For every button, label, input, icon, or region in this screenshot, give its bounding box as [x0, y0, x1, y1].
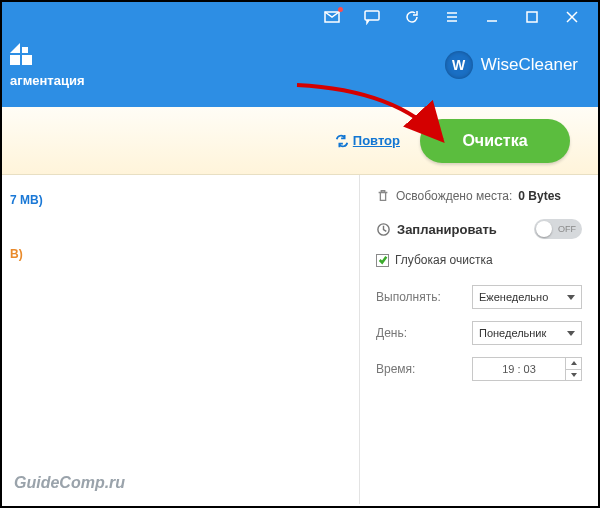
brand-name: WiseCleaner	[481, 55, 578, 75]
repeat-label: Повтор	[353, 133, 400, 148]
notification-dot	[338, 7, 343, 12]
right-panel: Освобождено места: 0 Bytes Запланировать…	[360, 175, 598, 504]
header-left: агментация	[10, 41, 85, 88]
time-up-button[interactable]	[566, 358, 581, 370]
close-button[interactable]	[552, 2, 592, 32]
time-value: 19 : 03	[473, 363, 565, 375]
deep-clean-row: Глубокая очистка	[376, 253, 582, 267]
freed-space-row: Освобождено места: 0 Bytes	[376, 189, 582, 203]
app-logo-icon	[10, 41, 36, 67]
svg-rect-6	[527, 12, 537, 22]
chat-icon[interactable]	[352, 2, 392, 32]
run-value: Еженедельно	[479, 291, 548, 303]
chevron-down-icon	[567, 331, 575, 336]
repeat-icon	[335, 134, 349, 148]
schedule-row: Запланировать OFF	[376, 219, 582, 239]
minimize-button[interactable]	[472, 2, 512, 32]
action-bar: Повтор Очистка	[2, 107, 598, 175]
run-label: Выполнять:	[376, 290, 441, 304]
repeat-link[interactable]: Повтор	[335, 133, 400, 148]
chevron-up-icon	[571, 361, 577, 365]
list-item[interactable]: B)	[10, 247, 351, 261]
run-row: Выполнять: Еженедельно	[376, 285, 582, 309]
deep-clean-checkbox[interactable]	[376, 254, 389, 267]
left-panel: 7 MB) B) GuideComp.ru	[2, 175, 360, 504]
app-header: агментация W WiseCleaner	[2, 32, 598, 107]
maximize-button[interactable]	[512, 2, 552, 32]
titlebar	[2, 2, 598, 32]
day-value: Понедельник	[479, 327, 546, 339]
freed-label: Освобождено места:	[396, 189, 512, 203]
run-select[interactable]: Еженедельно	[472, 285, 582, 309]
clock-icon	[376, 222, 391, 237]
time-row: Время: 19 : 03	[376, 357, 582, 381]
toggle-state: OFF	[558, 224, 576, 234]
time-spinner[interactable]: 19 : 03	[472, 357, 582, 381]
day-select[interactable]: Понедельник	[472, 321, 582, 345]
freed-value: 0 Bytes	[518, 189, 561, 203]
watermark: GuideComp.ru	[14, 474, 125, 492]
check-icon	[378, 255, 388, 265]
time-down-button[interactable]	[566, 370, 581, 381]
schedule-label: Запланировать	[397, 222, 497, 237]
day-label: День:	[376, 326, 407, 340]
brand-badge-icon: W	[445, 51, 473, 79]
list-item[interactable]: 7 MB)	[10, 193, 351, 207]
tab-label[interactable]: агментация	[10, 73, 85, 88]
schedule-toggle[interactable]: OFF	[534, 219, 582, 239]
content-area: 7 MB) B) GuideComp.ru Освобождено места:…	[2, 175, 598, 504]
deep-clean-label: Глубокая очистка	[395, 253, 493, 267]
menu-icon[interactable]	[432, 2, 472, 32]
mail-icon[interactable]	[312, 2, 352, 32]
svg-rect-1	[365, 11, 379, 20]
chevron-down-icon	[571, 373, 577, 377]
day-row: День: Понедельник	[376, 321, 582, 345]
time-label: Время:	[376, 362, 415, 376]
refresh-icon[interactable]	[392, 2, 432, 32]
clean-button[interactable]: Очистка	[420, 119, 570, 163]
brand: W WiseCleaner	[445, 51, 578, 79]
chevron-down-icon	[567, 295, 575, 300]
trash-icon	[376, 189, 390, 203]
